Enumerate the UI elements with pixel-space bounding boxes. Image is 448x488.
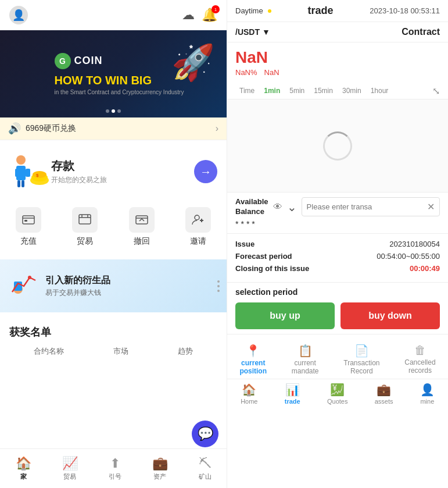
svg-text:$: $: [36, 173, 39, 178]
rb-home[interactable]: 🏠 Home: [241, 383, 257, 405]
rb-home-label: Home: [241, 398, 257, 405]
tab-current-position[interactable]: 📍 currentposition: [235, 340, 271, 379]
action-trade[interactable]: 贸易: [72, 207, 98, 247]
nav-trade-label: 贸易: [63, 472, 76, 481]
day-indicator: [268, 9, 271, 13]
notification-icon[interactable]: 🔔 1: [202, 8, 217, 23]
closing-key: Closing of this issue: [235, 264, 309, 273]
deriv-dot-3: [217, 290, 220, 292]
trade-icon: [72, 207, 98, 233]
avatar[interactable]: 👤: [9, 6, 28, 24]
action-withdraw-label: 撤回: [134, 236, 150, 247]
tab-30min[interactable]: 30min: [338, 85, 365, 97]
deposit-info: 存款 开始您的交易之旅: [51, 158, 107, 185]
action-withdraw[interactable]: 撤回: [129, 207, 155, 247]
notif-badge: 1: [212, 5, 220, 13]
nav-quotes[interactable]: ⬆ 引号: [104, 454, 126, 483]
deposit-button[interactable]: →: [194, 160, 217, 183]
home-icon: 🏠: [16, 456, 31, 471]
svg-point-8: [33, 171, 46, 178]
usdt-pair[interactable]: /USDT ▼: [235, 27, 270, 37]
chat-button[interactable]: 💬: [192, 421, 218, 447]
tab-transaction-record[interactable]: 📄 TransactionRecord: [339, 340, 384, 379]
nav-home[interactable]: 🏠 家: [11, 454, 36, 483]
price-pct: NaN%: [235, 68, 257, 77]
promo-bar[interactable]: 🔊 6969硬币兑换 ›: [0, 117, 227, 140]
col-market: 市场: [113, 346, 128, 357]
cloud-icon[interactable]: ☁: [182, 8, 195, 23]
derivatives-dots: [217, 280, 220, 292]
promo-left: 🔊 6969硬币兑换: [8, 122, 76, 135]
nav-trade-icon: 📈: [62, 456, 78, 471]
svg-rect-3: [26, 169, 30, 177]
action-recharge[interactable]: 充值: [16, 207, 41, 247]
action-trade-label: 贸易: [77, 236, 93, 247]
position-icon: 📍: [246, 344, 260, 358]
promo-icon: 🔊: [8, 122, 21, 135]
position-label: currentposition: [239, 359, 267, 375]
nav-mine[interactable]: ⛏ 矿山: [194, 454, 216, 483]
quick-actions: 充值 贸易 撤回 邀请: [0, 199, 227, 255]
svg-rect-4: [17, 180, 20, 187]
banner: G COIN HOW TO WIN BIG in the Smart Contr…: [0, 30, 227, 117]
balance-eye-icon[interactable]: 👁: [273, 202, 282, 212]
rb-quotes-icon: 💹: [330, 383, 345, 397]
forecast-key: Forecast period: [235, 252, 292, 261]
price-stats: NaN% NaN: [235, 68, 440, 77]
tab-5min[interactable]: 5min: [285, 85, 309, 97]
winners-title: 获奖名单: [9, 325, 217, 339]
day-label: Daytime: [235, 6, 263, 15]
nav-assets[interactable]: 💼 资产: [148, 454, 173, 483]
svg-rect-2: [15, 169, 20, 177]
derivatives-banner[interactable]: 引入新的衍生品 易于交易并赚大钱: [0, 259, 227, 312]
rb-assets-icon: 💼: [377, 383, 391, 397]
rb-mine-icon: 👤: [420, 383, 435, 397]
rb-quotes[interactable]: 💹 Quotes: [327, 383, 347, 405]
cancelled-icon: 🗑: [414, 344, 426, 357]
nav-trade[interactable]: 📈 贸易: [58, 454, 83, 483]
nav-mine-label: 矿山: [199, 472, 212, 481]
balance-dropdown-icon[interactable]: ⌄: [287, 200, 297, 214]
withdraw-icon: [129, 207, 155, 233]
svg-rect-12: [24, 220, 27, 222]
nav-quotes-icon: ⬆: [110, 456, 120, 471]
nav-home-label: 家: [20, 472, 27, 481]
action-invite[interactable]: 邀请: [185, 207, 211, 247]
logo-icon: G: [55, 53, 71, 69]
buy-up-button[interactable]: buy up: [235, 302, 335, 329]
expand-icon[interactable]: ⤡: [432, 86, 440, 97]
right-header-left: Daytime: [235, 6, 271, 15]
rb-mine[interactable]: 👤 mine: [420, 383, 435, 405]
rb-assets[interactable]: 💼 assets: [375, 383, 393, 405]
header-icons: ☁ 🔔 1: [182, 8, 217, 23]
rb-trade[interactable]: 📊 trade: [285, 383, 300, 405]
tab-time[interactable]: Time: [235, 85, 259, 97]
transaction-input[interactable]: [307, 202, 427, 211]
trade-buttons: buy up buy down: [235, 302, 440, 329]
nav-mine-icon: ⛏: [199, 456, 212, 471]
tab-1hour[interactable]: 1hour: [367, 85, 393, 97]
dot-3: [117, 109, 121, 113]
banner-logo: G COIN: [55, 53, 103, 69]
left-panel: 👤 ☁ 🔔 1 G COIN HOW TO WIN BIG in the Sma…: [0, 0, 227, 488]
banner-subtitle: in the Smart Contract and Cryptocurrency…: [55, 89, 184, 95]
svg-rect-10: [23, 216, 34, 224]
tab-cancelled-records[interactable]: 🗑 Cancelledrecords: [400, 340, 440, 379]
right-header: Daytime trade 2023-10-18 00:53:11: [227, 0, 448, 22]
left-nav: 🏠 家 📈 贸易 ⬆ 引号 💼 资产 ⛏ 矿山: [0, 448, 227, 488]
banner-dots: [106, 109, 121, 113]
balance-stars: ****: [235, 219, 440, 229]
right-bottom-nav: 🏠 Home 📊 trade 💹 Quotes 💼 assets 👤 mine: [227, 379, 448, 408]
invite-icon: [185, 207, 211, 233]
tab-15min[interactable]: 15min: [310, 85, 337, 97]
rb-mine-label: mine: [420, 398, 434, 405]
derivatives-text: 引入新的衍生品 易于交易并赚大钱: [45, 275, 110, 298]
tab-current-mandate[interactable]: 📋 currentmandate: [287, 340, 324, 379]
banner-content: G COIN HOW TO WIN BIG in the Smart Contr…: [43, 53, 184, 95]
rb-quotes-label: Quotes: [327, 398, 347, 405]
clear-input-icon[interactable]: ✕: [427, 201, 435, 212]
tab-1min[interactable]: 1min: [260, 85, 284, 97]
nav-assets-label: 资产: [153, 472, 166, 481]
buy-down-button[interactable]: buy down: [341, 302, 440, 329]
right-subheader: /USDT ▼ Contract: [227, 22, 448, 42]
